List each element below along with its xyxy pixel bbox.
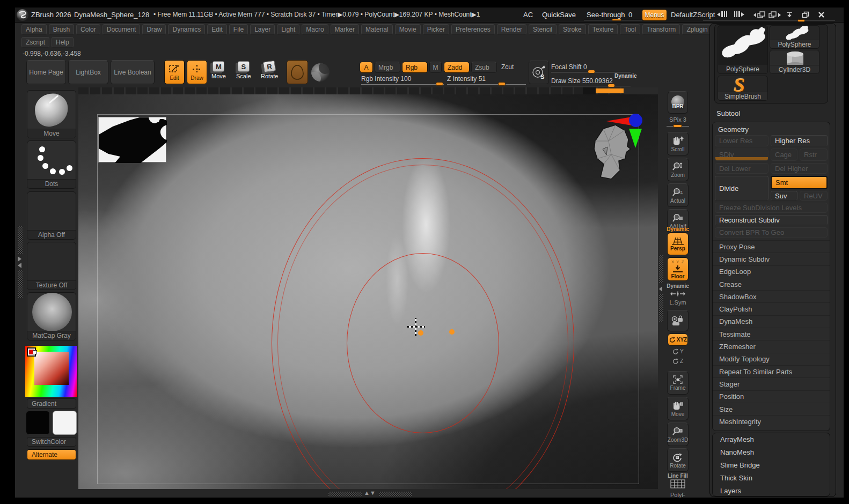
reuv-button[interactable]: ReUV [800, 191, 828, 201]
scroll-button[interactable]: Scroll [667, 132, 689, 155]
menu-item[interactable]: Alpha [21, 24, 47, 35]
zoom3d-button[interactable]: Zoom3D [667, 423, 689, 446]
higher-res-button[interactable]: Higher Res [771, 135, 828, 146]
geometry-section-item[interactable]: Position [713, 390, 830, 403]
simplebrush-thumb[interactable]: S SimpleBrush [718, 76, 768, 101]
divide-button[interactable]: Divide [715, 176, 769, 201]
stroke-type-tile[interactable]: Dots [27, 140, 76, 189]
mrgb-button[interactable]: Mrgb [375, 62, 400, 73]
persp-button[interactable]: Persp [667, 233, 689, 255]
menu-item[interactable]: Dynamics [168, 24, 205, 35]
subtool-section-header[interactable]: Subtool [716, 109, 740, 117]
draw-size-track[interactable] [551, 86, 631, 86]
focal-shift-slider[interactable] [588, 70, 595, 73]
spix-slider[interactable] [673, 124, 682, 128]
stroke-button[interactable]: S [529, 61, 549, 84]
menus-button[interactable]: Menus [642, 9, 667, 21]
move-3d-button[interactable]: Move [667, 397, 689, 420]
geometry-section-item[interactable]: ClayPolish [713, 302, 830, 315]
default-zscript-button[interactable]: DefaultZScript [671, 11, 715, 19]
draw-button[interactable]: Draw [187, 60, 207, 84]
menu-item[interactable]: Draw [142, 24, 166, 35]
shelf-section-item[interactable]: Slime Bridge [713, 459, 830, 472]
cage-button[interactable]: Cage [771, 149, 797, 161]
menu-item[interactable]: Marker [331, 24, 359, 35]
rotate-3d-button[interactable]: Rotate [667, 448, 689, 472]
geometry-section-item[interactable]: DynaMesh [713, 315, 830, 328]
geometry-section-item[interactable]: ZRemesher [713, 340, 830, 352]
menu-item[interactable]: Layer [250, 24, 275, 35]
material-tile[interactable]: MatCap Gray [27, 292, 76, 340]
shelf-section-item[interactable]: ArrayMesh [713, 433, 830, 446]
z-intensity-track[interactable] [447, 84, 526, 85]
menu-item[interactable]: Stencil [529, 24, 557, 35]
sculpt-canvas[interactable] [78, 94, 658, 489]
left-divider-grip[interactable] [18, 226, 23, 254]
draw-size-slider[interactable] [608, 84, 615, 87]
color-picker[interactable] [25, 346, 77, 397]
geometry-section-item[interactable]: Proxy Pose [713, 240, 830, 253]
reconstruct-subdiv-button[interactable]: Reconstruct Subdiv [715, 215, 828, 225]
menu-item[interactable]: Color [76, 24, 100, 35]
current-brush-tile[interactable]: Move [27, 90, 76, 138]
dynamic-mode-label[interactable]: Dynamic [614, 73, 637, 79]
zadd-button[interactable]: Zadd [444, 62, 470, 73]
menu-item[interactable]: Preferences [451, 24, 495, 35]
geometry-section-item[interactable]: EdgeLoop [713, 265, 830, 278]
right-divider-grip2[interactable] [659, 294, 663, 322]
menu-item[interactable]: Edit [207, 24, 227, 35]
recent-tool-thumb[interactable]: PolySphere [770, 25, 819, 49]
menu-item[interactable]: File [229, 24, 248, 35]
menu-item[interactable]: Material [361, 24, 393, 35]
scrub-left-icon[interactable] [717, 11, 727, 17]
rotate-y-button[interactable]: Y [672, 349, 684, 354]
z-intensity-slider[interactable] [498, 82, 506, 86]
bottom-divider-grip[interactable] [328, 492, 362, 496]
alternate-button[interactable]: Alternate [27, 449, 76, 460]
geometry-section-item[interactable]: Size [713, 403, 830, 415]
close-icon[interactable] [818, 11, 825, 18]
bpr-button[interactable]: BPR [668, 91, 688, 114]
suv-button[interactable]: Suv [771, 191, 797, 201]
rstr-button[interactable]: Rstr [800, 149, 828, 161]
right-open-arrow-icon[interactable] [659, 286, 662, 292]
secondary-color-swatch[interactable] [53, 411, 77, 435]
restore-icon[interactable] [802, 11, 809, 18]
menu-item[interactable]: Movie [395, 24, 421, 35]
floor-button[interactable]: X Y Z Floor [667, 257, 689, 281]
right-divider-grip[interactable] [659, 255, 663, 283]
sdiv-slider-fill[interactable] [715, 157, 768, 160]
menu-item[interactable]: Help [52, 37, 74, 48]
see-through-slider[interactable] [612, 19, 621, 21]
convert-bpr-button[interactable]: Convert BPR To Geo [715, 227, 828, 238]
rgb-intensity-slider[interactable] [436, 82, 443, 86]
menu-item[interactable]: Tool [620, 24, 640, 35]
lsym-button[interactable]: L.Sym [667, 290, 689, 306]
menu-item[interactable]: Zplugin [682, 24, 712, 35]
bottom-divider-grip2[interactable] [379, 492, 412, 496]
polyframe-button[interactable]: PolyF [669, 479, 686, 498]
tray-up-arrow-icon[interactable]: ▲▼ [364, 490, 376, 496]
scrub-right-icon[interactable] [734, 11, 744, 17]
geometry-section-item[interactable]: Repeat To Similar Parts [713, 365, 830, 377]
geometry-section-item[interactable]: Modify Topology [713, 353, 830, 365]
menu-item[interactable]: Macro [302, 24, 328, 35]
rotate-z-button[interactable]: Z [672, 358, 683, 364]
rotate-xyz-button[interactable]: XYZ [668, 333, 688, 346]
menu-item[interactable]: Document [103, 24, 141, 35]
shelf-section-item[interactable]: Thick Skin [713, 471, 830, 484]
edit-button[interactable]: Edit [164, 60, 185, 84]
move-gyro-button[interactable]: M Move [211, 61, 226, 79]
texture-sphere-icon[interactable] [311, 63, 330, 81]
layout-next-icon[interactable] [769, 11, 781, 19]
geometry-section-item[interactable]: Crease [713, 278, 830, 290]
m-button[interactable]: M [429, 62, 442, 73]
zsub-button[interactable]: Zsub [471, 62, 497, 73]
geometry-section-header[interactable]: Geometry [718, 125, 749, 134]
smt-button[interactable]: Smt [771, 176, 828, 189]
scale-gyro-button[interactable]: S Scale [236, 61, 251, 79]
gradient-button[interactable]: Gradient [27, 398, 76, 409]
actual-button[interactable]: x1 Actual [667, 183, 689, 207]
rgb-button[interactable]: Rgb [402, 62, 428, 73]
lightbox-button[interactable]: LightBox [68, 60, 108, 84]
